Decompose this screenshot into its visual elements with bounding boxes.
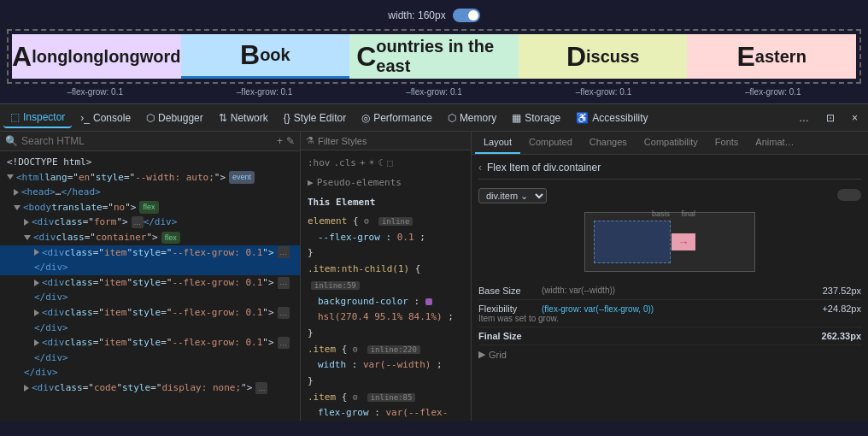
storage-label: Storage bbox=[525, 112, 560, 124]
flex-grow-labels: –flex-grow: 0.1 –flex-grow: 0.1 –flex-gr… bbox=[7, 84, 861, 98]
html-line-container-close[interactable]: </div> bbox=[0, 365, 300, 380]
html-line-item-4[interactable]: <div class =" item " style =" --flex-gro… bbox=[0, 335, 300, 351]
html-line-item-3-close[interactable]: </div> bbox=[0, 321, 300, 336]
responsive-icon: ⊡ bbox=[826, 112, 835, 124]
tab-computed[interactable]: Computed bbox=[520, 132, 581, 154]
base-size-label: Base Size bbox=[478, 286, 538, 296]
html-line-item-2-close[interactable]: </div> bbox=[0, 290, 300, 305]
final-label: final bbox=[681, 209, 695, 218]
gear-icon-2: ⚙ bbox=[353, 345, 358, 354]
expand-form-icon bbox=[24, 219, 29, 226]
css-filter-bar: ⚗ Filter Styles bbox=[301, 132, 471, 150]
html-line-item-3[interactable]: <div class =" item " style =" --flex-gro… bbox=[0, 305, 300, 321]
flexibility-value: +24.82px bbox=[822, 303, 861, 314]
info-row-base-size: Base Size (width: var(--width)) 237.52px bbox=[478, 282, 861, 300]
network-label: Network bbox=[231, 112, 268, 124]
flex-item-e[interactable]: Eastern bbox=[687, 34, 856, 79]
flex-items-row: Alonglonglongword Book Countries in the … bbox=[7, 29, 861, 84]
flex-item-a[interactable]: Alonglonglongword bbox=[12, 34, 181, 79]
tab-compatibility[interactable]: Compatibility bbox=[636, 132, 707, 154]
more-icon: … bbox=[799, 112, 809, 124]
css-panel: ⚗ Filter Styles :hov .cls + ☀ ☾ ⬚ ▶ Pseu… bbox=[301, 132, 472, 421]
html-line-head[interactable]: <head> … </head> bbox=[0, 185, 300, 200]
flex-item-b[interactable]: Book bbox=[181, 34, 350, 79]
back-arrow-icon[interactable]: ‹ bbox=[478, 162, 482, 174]
color-swatch-1[interactable] bbox=[425, 298, 432, 305]
tab-layout[interactable]: Layout bbox=[475, 132, 520, 154]
toolbar-btn-accessibility[interactable]: ♿ Accessibility bbox=[569, 109, 654, 127]
tab-changes[interactable]: Changes bbox=[581, 132, 636, 154]
grid-section-header[interactable]: ▶ Grid bbox=[478, 345, 861, 363]
html-line-body[interactable]: <body translate =" no "> flex bbox=[0, 200, 300, 215]
copy-icon[interactable]: ⬚ bbox=[387, 156, 393, 172]
accessibility-icon: ♿ bbox=[576, 112, 589, 124]
css-pseudo-bar: :hov .cls + ☀ ☾ ⬚ bbox=[301, 154, 471, 174]
debugger-label: Debugger bbox=[158, 112, 203, 124]
html-search-bar: 🔍 + ✎ bbox=[0, 132, 300, 151]
style-editor-icon: {} bbox=[284, 112, 290, 124]
toolbar-btn-debugger[interactable]: ⬡ Debugger bbox=[139, 109, 210, 127]
toolbar-btn-network[interactable]: ⇅ Network bbox=[212, 109, 275, 127]
toolbar-close-btn[interactable]: × bbox=[845, 109, 865, 127]
memory-icon: ⬡ bbox=[448, 112, 456, 124]
html-line-html[interactable]: <html lang =" en " style =" --width: aut… bbox=[0, 170, 300, 186]
html-search-input[interactable] bbox=[21, 135, 273, 147]
html-line-doctype[interactable]: <!DOCTYPE html> bbox=[0, 155, 300, 170]
search-icon: 🔍 bbox=[5, 135, 18, 147]
flex-diagram: basis final → bbox=[584, 212, 755, 272]
html-line-item-4-close[interactable]: </div> bbox=[0, 351, 300, 366]
flexibility-sublabel: (flex-grow: var(--flex-grow, 0)) bbox=[542, 304, 818, 314]
pseudo-expand-icon: ▶ bbox=[308, 175, 314, 191]
flex-grow-label-c: –flex-grow: 0.1 bbox=[349, 85, 519, 97]
toolbar-btn-style-editor[interactable]: {} Style Editor bbox=[277, 109, 353, 127]
element-selector-row: div.item ⌄ bbox=[478, 188, 861, 203]
tab-animat[interactable]: Animat… bbox=[747, 132, 802, 154]
main-content: 🔍 + ✎ <!DOCTYPE html> <html lang =" en "… bbox=[0, 132, 868, 421]
base-size-value: 237.52px bbox=[823, 286, 861, 296]
grid-expand-icon: ▶ bbox=[478, 349, 485, 360]
filter-label: Filter Styles bbox=[318, 136, 367, 146]
toolbar-btn-storage[interactable]: ▦ Storage bbox=[505, 109, 567, 127]
toolbar-btn-memory[interactable]: ⬡ Memory bbox=[441, 109, 503, 127]
expand-html-icon bbox=[7, 174, 14, 180]
html-line-item-selected[interactable]: <div class =" item " style =" --flex-gro… bbox=[0, 245, 300, 261]
flex-grow-label-b: –flex-grow: 0.1 bbox=[179, 85, 349, 97]
html-line-item-2[interactable]: <div class =" item " style =" --flex-gro… bbox=[0, 275, 300, 291]
toolbar-btn-inspector[interactable]: ⬚ Inspector bbox=[3, 108, 72, 128]
flex-growth-arrow: → bbox=[672, 233, 695, 250]
toolbar-btn-console[interactable]: ›_ Console bbox=[73, 109, 138, 127]
add-rule-icon[interactable]: + bbox=[360, 156, 366, 172]
html-line-code[interactable]: <div class =" code " style =" display: n… bbox=[0, 380, 300, 396]
final-size-label: Final Size bbox=[478, 331, 538, 341]
style-editor-label: Style Editor bbox=[294, 112, 346, 124]
add-node-icon[interactable]: + bbox=[277, 135, 283, 147]
flex-item-c[interactable]: Countries in the east bbox=[349, 34, 519, 79]
flex-item-d[interactable]: Discuss bbox=[519, 34, 688, 79]
toolbar-btn-performance[interactable]: ◎ Performance bbox=[355, 109, 439, 127]
moon-icon[interactable]: ☾ bbox=[378, 156, 384, 172]
layout-content: ‹ Flex Item of div.container div.item ⌄ … bbox=[472, 155, 868, 421]
flex-item-label-row: ‹ Flex Item of div.container bbox=[478, 162, 861, 180]
network-icon: ⇅ bbox=[219, 112, 227, 124]
html-line-container[interactable]: <div class =" container "> flex bbox=[0, 230, 300, 245]
pseudo-elements-section[interactable]: ▶ Pseudo-elements bbox=[301, 174, 471, 193]
css-rule-nth-child: .item:nth-child(1) { inline:59 backgroun… bbox=[301, 262, 471, 341]
html-line-item-close[interactable]: </div> bbox=[0, 260, 300, 275]
expand-container-icon bbox=[24, 235, 31, 240]
layout-toggle[interactable] bbox=[837, 189, 861, 201]
expand-item-icon bbox=[34, 249, 39, 256]
flexibility-label: Flexibility bbox=[478, 303, 538, 314]
width-toggle[interactable] bbox=[453, 9, 480, 22]
devtools-toolbar: ⬚ Inspector ›_ Console ⬡ Debugger ⇅ Netw… bbox=[0, 104, 868, 132]
base-size-sublabel: (width: var(--width)) bbox=[542, 286, 819, 295]
element-select[interactable]: div.item ⌄ bbox=[478, 188, 547, 203]
toolbar-more-btn[interactable]: … bbox=[792, 109, 816, 127]
performance-icon: ◎ bbox=[361, 112, 370, 124]
pick-element-icon[interactable]: ✎ bbox=[286, 135, 295, 147]
expand-body-icon bbox=[14, 205, 21, 210]
html-line-form[interactable]: <div class =" form "> … </div> bbox=[0, 215, 300, 230]
toolbar-responsive-btn[interactable]: ⊡ bbox=[819, 109, 842, 127]
final-size-value: 262.33px bbox=[822, 331, 861, 341]
sun-icon[interactable]: ☀ bbox=[369, 156, 375, 172]
tab-fonts[interactable]: Fonts bbox=[707, 132, 748, 154]
